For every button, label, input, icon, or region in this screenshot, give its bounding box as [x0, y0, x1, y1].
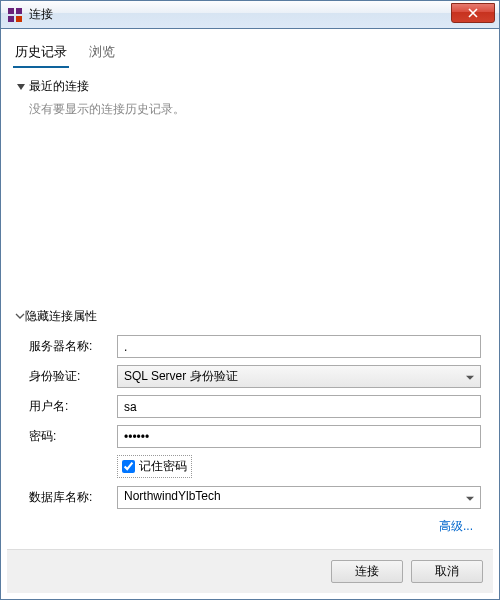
- tab-bar: 历史记录 浏览: [7, 35, 493, 68]
- close-button[interactable]: [451, 3, 495, 23]
- auth-label: 身份验证:: [19, 368, 117, 385]
- remember-password-label: 记住密码: [139, 458, 187, 475]
- app-icon: [7, 7, 23, 23]
- dialog-window: 连接 历史记录 浏览 最近的连接 没有要显示的连接历史记录。 隐藏连接属: [0, 0, 500, 600]
- user-input[interactable]: [117, 395, 481, 418]
- remember-password-row[interactable]: 记住密码: [117, 455, 192, 478]
- spacer: [15, 118, 485, 302]
- recent-empty-message: 没有要显示的连接历史记录。: [15, 99, 485, 118]
- row-user: 用户名:: [19, 395, 481, 418]
- row-auth: 身份验证: SQL Server 身份验证: [19, 365, 481, 388]
- titlebar[interactable]: 连接: [1, 1, 499, 29]
- tab-history[interactable]: 历史记录: [13, 39, 69, 67]
- svg-rect-1: [16, 8, 22, 14]
- server-input[interactable]: [117, 335, 481, 358]
- dialog-body: 历史记录 浏览 最近的连接 没有要显示的连接历史记录。 隐藏连接属性 服务: [1, 29, 499, 599]
- connect-button[interactable]: 连接: [331, 560, 403, 583]
- recent-connections-label: 最近的连接: [29, 78, 89, 95]
- database-select[interactable]: NorthwindYlbTech: [117, 486, 481, 509]
- svg-rect-3: [16, 16, 22, 22]
- row-server: 服务器名称:: [19, 335, 481, 358]
- caret-down-icon: [15, 83, 27, 91]
- cancel-button[interactable]: 取消: [411, 560, 483, 583]
- auth-select[interactable]: SQL Server 身份验证: [117, 365, 481, 388]
- window-title: 连接: [29, 6, 53, 23]
- tab-content: 最近的连接 没有要显示的连接历史记录。 隐藏连接属性 服务器名称: 身: [7, 68, 493, 549]
- close-icon: [468, 8, 478, 18]
- advanced-link[interactable]: 高级...: [439, 519, 473, 533]
- tab-browse[interactable]: 浏览: [87, 39, 117, 67]
- connection-form: 服务器名称: 身份验证: SQL Server 身份验证 用户名:: [15, 335, 485, 541]
- database-select-wrap: NorthwindYlbTech: [117, 486, 481, 509]
- recent-connections-header[interactable]: 最近的连接: [15, 78, 485, 95]
- remember-password-checkbox[interactable]: [122, 460, 135, 473]
- password-label: 密码:: [19, 428, 117, 445]
- svg-rect-0: [8, 8, 14, 14]
- svg-rect-2: [8, 16, 14, 22]
- password-input[interactable]: [117, 425, 481, 448]
- auth-select-wrap: SQL Server 身份验证: [117, 365, 481, 388]
- server-label: 服务器名称:: [19, 338, 117, 355]
- chevron-down-icon: [15, 310, 25, 324]
- user-label: 用户名:: [19, 398, 117, 415]
- row-password: 密码:: [19, 425, 481, 448]
- connection-props-label: 隐藏连接属性: [25, 308, 97, 325]
- database-label: 数据库名称:: [19, 489, 117, 506]
- connection-props-header[interactable]: 隐藏连接属性: [15, 308, 485, 325]
- row-database: 数据库名称: NorthwindYlbTech: [19, 486, 481, 509]
- dialog-footer: 连接 取消: [7, 549, 493, 593]
- advanced-row: 高级...: [19, 516, 481, 541]
